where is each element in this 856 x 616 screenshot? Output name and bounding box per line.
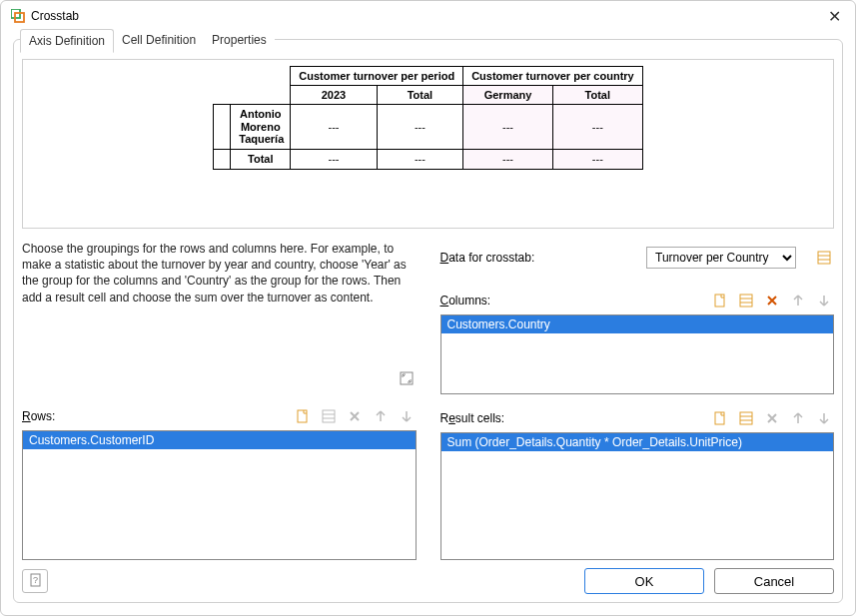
properties-icon[interactable] bbox=[319, 406, 339, 426]
svg-text:?: ? bbox=[33, 575, 38, 585]
rows-label: Rows: bbox=[22, 409, 55, 423]
rows-listbox[interactable]: Customers.CustomerID bbox=[22, 430, 417, 560]
columns-label: Columns: bbox=[440, 294, 491, 308]
preview-cell: --- bbox=[377, 149, 462, 169]
preview-group-1: Customer turnover per period bbox=[291, 67, 463, 86]
new-icon[interactable] bbox=[293, 406, 313, 426]
columns-listbox[interactable]: Customers.Country bbox=[440, 314, 835, 394]
delete-icon[interactable] bbox=[762, 408, 782, 428]
app-icon bbox=[11, 9, 25, 23]
data-properties-icon[interactable] bbox=[814, 248, 834, 268]
preview-cell: --- bbox=[377, 105, 462, 150]
svg-rect-11 bbox=[740, 295, 752, 307]
help-button[interactable]: ? bbox=[22, 569, 48, 593]
tab-properties[interactable]: Properties bbox=[204, 29, 275, 53]
expand-icon[interactable] bbox=[397, 368, 417, 388]
svg-rect-4 bbox=[323, 410, 335, 422]
preview-cell: --- bbox=[463, 105, 553, 150]
preview-group-2: Customer turnover per country bbox=[463, 67, 643, 86]
move-down-icon[interactable] bbox=[814, 291, 834, 310]
tab-bar: Axis Definition Cell Definition Properti… bbox=[20, 29, 834, 53]
list-item[interactable]: Customers.Country bbox=[441, 315, 834, 333]
move-up-icon[interactable] bbox=[371, 406, 391, 426]
description-text: Choose the groupings for the rows and co… bbox=[22, 241, 417, 340]
svg-rect-15 bbox=[740, 412, 752, 424]
preview-col-4: Total bbox=[552, 86, 642, 105]
preview-rowhead-2: Total bbox=[231, 149, 291, 169]
preview-col-1: 2023 bbox=[291, 86, 377, 105]
preview-cell: --- bbox=[552, 149, 642, 169]
content-frame: Axis Definition Cell Definition Properti… bbox=[13, 39, 843, 603]
result-cells-label: Result cells: bbox=[440, 411, 505, 425]
preview-table: Customer turnover per period Customer tu… bbox=[213, 66, 642, 170]
tab-axis-definition[interactable]: Axis Definition bbox=[20, 29, 114, 53]
svg-rect-2 bbox=[401, 372, 413, 384]
preview-rowhead-1: Antonio Moreno Taquería bbox=[231, 105, 291, 150]
result-cells-listbox[interactable]: Sum (Order_Details.Quantity * Order_Deta… bbox=[440, 432, 835, 560]
new-icon[interactable] bbox=[710, 291, 730, 310]
data-label: Data for crosstab: bbox=[440, 251, 535, 265]
properties-icon[interactable] bbox=[736, 291, 756, 310]
preview-col-2: Total bbox=[377, 86, 462, 105]
list-item[interactable]: Sum (Order_Details.Quantity * Order_Deta… bbox=[441, 433, 834, 451]
preview-pane: Customer turnover per period Customer tu… bbox=[22, 59, 834, 229]
titlebar: Crosstab ✕ bbox=[1, 1, 855, 31]
window-title: Crosstab bbox=[31, 9, 824, 23]
preview-cell: --- bbox=[291, 149, 377, 169]
close-icon[interactable]: ✕ bbox=[824, 7, 845, 26]
crosstab-dialog: Crosstab ✕ Axis Definition Cell Definiti… bbox=[0, 0, 856, 616]
preview-cell: --- bbox=[291, 105, 377, 150]
ok-button[interactable]: OK bbox=[584, 568, 704, 594]
svg-rect-3 bbox=[298, 410, 307, 422]
delete-icon[interactable] bbox=[762, 291, 782, 310]
list-item[interactable]: Customers.CustomerID bbox=[23, 431, 416, 449]
properties-icon[interactable] bbox=[736, 408, 756, 428]
preview-cell: --- bbox=[552, 105, 642, 150]
cancel-button[interactable]: Cancel bbox=[714, 568, 834, 594]
data-select[interactable]: Turnover per Country bbox=[646, 247, 796, 269]
tab-cell-definition[interactable]: Cell Definition bbox=[114, 29, 204, 53]
svg-rect-14 bbox=[715, 412, 724, 424]
move-up-icon[interactable] bbox=[788, 291, 808, 310]
preview-cell: --- bbox=[463, 149, 553, 169]
preview-col-3: Germany bbox=[463, 86, 553, 105]
svg-rect-7 bbox=[818, 252, 830, 264]
new-icon[interactable] bbox=[710, 408, 730, 428]
move-down-icon[interactable] bbox=[397, 406, 417, 426]
svg-rect-10 bbox=[715, 295, 724, 307]
move-up-icon[interactable] bbox=[788, 408, 808, 428]
delete-icon[interactable] bbox=[345, 406, 365, 426]
move-down-icon[interactable] bbox=[814, 408, 834, 428]
